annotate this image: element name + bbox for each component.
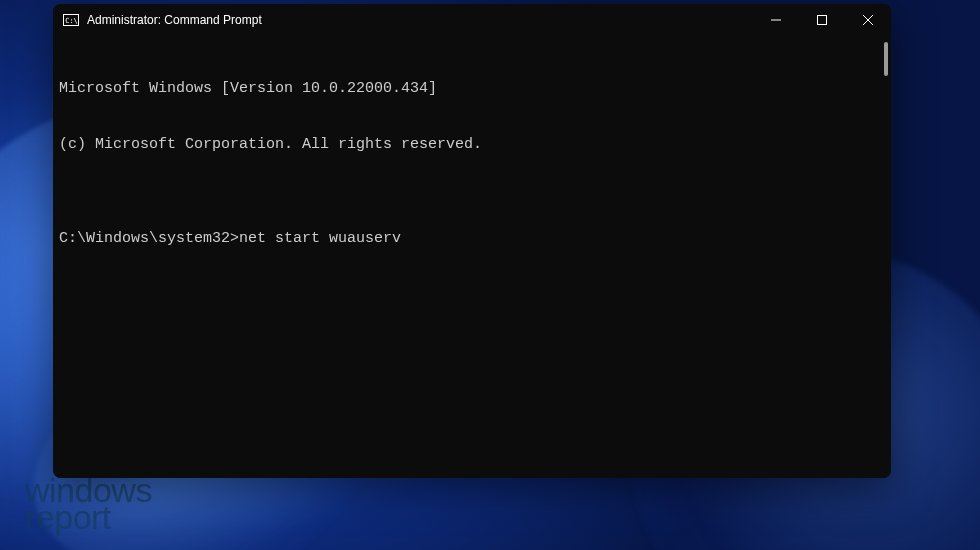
close-button[interactable] (845, 4, 891, 36)
maximize-button[interactable] (799, 4, 845, 36)
terminal-output-line: Microsoft Windows [Version 10.0.22000.43… (59, 80, 885, 99)
terminal-prompt: C:\Windows\system32> (59, 230, 239, 247)
terminal-body[interactable]: Microsoft Windows [Version 10.0.22000.43… (53, 36, 891, 478)
window-title: Administrator: Command Prompt (87, 13, 753, 27)
titlebar[interactable]: C:\ Administrator: Command Prompt (53, 4, 891, 36)
scrollbar-thumb[interactable] (884, 42, 888, 76)
close-icon (863, 15, 873, 25)
terminal-output-line: (c) Microsoft Corporation. All rights re… (59, 136, 885, 155)
text-cursor (401, 230, 410, 247)
svg-text:C:\: C:\ (65, 17, 78, 25)
watermark: windows report (25, 476, 152, 532)
terminal-command: net start wuauserv (239, 230, 401, 247)
terminal-prompt-line: C:\Windows\system32>net start wuauserv (59, 230, 885, 249)
window-controls (753, 4, 891, 36)
minimize-button[interactable] (753, 4, 799, 36)
command-prompt-window: C:\ Administrator: Command Prompt (53, 4, 891, 478)
minimize-icon (771, 15, 781, 25)
maximize-icon (817, 15, 827, 25)
cmd-icon: C:\ (63, 13, 79, 27)
svg-rect-3 (818, 16, 827, 25)
